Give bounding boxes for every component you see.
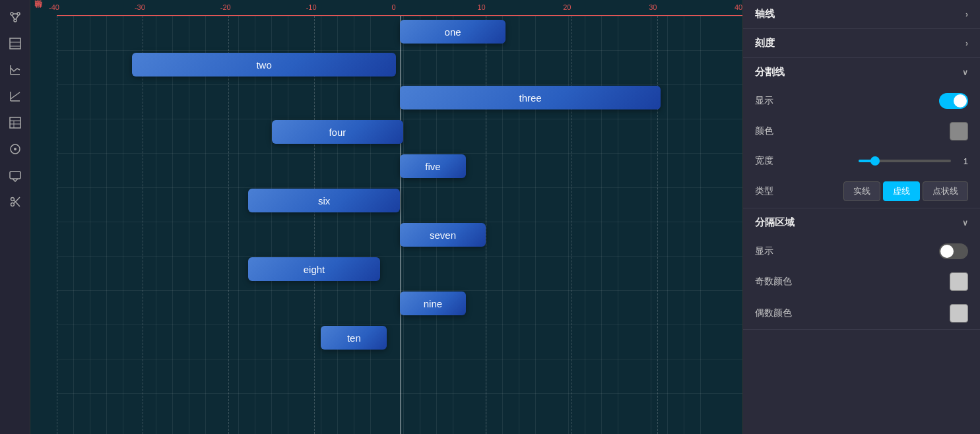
- hgrid-line: [57, 119, 742, 119]
- vgrid-minor: [123, 16, 123, 434]
- divider-color-label: 颜色: [755, 125, 773, 137]
- divider-show-toggle[interactable]: [939, 93, 968, 109]
- bar-two[interactable]: two: [132, 53, 395, 77]
- svg-line-23: [14, 201, 20, 207]
- chevron-scale-icon: ›: [965, 39, 968, 48]
- svg-point-2: [14, 19, 16, 22]
- bar-four[interactable]: four: [272, 120, 404, 144]
- vgrid-minor: [156, 16, 156, 434]
- vgrid-minor: [667, 16, 668, 434]
- circle-dot-icon[interactable]: [3, 137, 27, 161]
- table-icon[interactable]: [3, 111, 27, 135]
- section-band: 分隔区域 ∨ 显示 奇数颜色 偶数颜色: [743, 208, 980, 330]
- divider-width-value: 1: [958, 156, 968, 166]
- ruler-tick: 30: [649, 0, 657, 15]
- hgrid-line: [57, 359, 742, 359]
- svg-rect-14: [10, 117, 20, 128]
- section-divider: 分割线 ∨ 显示 颜色 宽度 1: [743, 58, 980, 208]
- divider-color-row: 颜色: [743, 115, 980, 147]
- bar-five[interactable]: five: [400, 154, 466, 178]
- vgrid-line: [57, 16, 57, 434]
- svg-point-1: [17, 13, 20, 15]
- divider-color-swatch[interactable]: [950, 122, 968, 140]
- bar-nine[interactable]: nine: [400, 292, 466, 315]
- type-solid-btn[interactable]: 实线: [843, 181, 880, 201]
- vgrid-minor: [684, 16, 684, 434]
- ruler-tick: 0: [392, 0, 396, 15]
- section-axis-label: 轴线: [755, 8, 775, 20]
- svg-point-19: [14, 148, 16, 150]
- right-panel: 轴线 › 刻度 › 分割线 ∨ 显示 颜色 宽度: [743, 0, 980, 434]
- section-band-header[interactable]: 分隔区域 ∨: [743, 208, 980, 237]
- chevron-band-icon: ∨: [962, 218, 968, 228]
- ruler-tick: -40: [49, 0, 59, 15]
- vgrid-minor: [535, 16, 536, 434]
- ruler-tick: 20: [563, 0, 571, 15]
- chart-area: 坐标轴 -40-30-20-10010203040 onetwothreefou…: [30, 0, 743, 434]
- vgrid-minor: [700, 16, 701, 434]
- svg-line-5: [16, 15, 18, 19]
- vgrid-minor: [651, 16, 651, 434]
- divider-width-track[interactable]: [859, 160, 951, 162]
- vgrid-minor: [370, 16, 371, 434]
- section-scale: 刻度 ›: [743, 29, 980, 58]
- vgrid-minor: [502, 16, 503, 434]
- bar-ten[interactable]: ten: [321, 326, 387, 350]
- hatch-icon[interactable]: [3, 32, 27, 55]
- vgrid-minor: [337, 16, 338, 434]
- svg-line-4: [12, 15, 15, 19]
- divider-show-label: 显示: [755, 95, 773, 107]
- divider-width-label: 宽度: [755, 155, 773, 167]
- section-divider-header[interactable]: 分割线 ∨: [743, 58, 980, 86]
- divider-type-row: 类型 实线 虚线 点状线: [743, 175, 980, 208]
- vgrid-minor: [585, 16, 585, 434]
- vgrid-line: [657, 16, 658, 434]
- vgrid-line: [314, 16, 315, 434]
- bar-eight[interactable]: eight: [248, 257, 380, 281]
- bar-seven[interactable]: seven: [400, 223, 486, 247]
- nodes-icon[interactable]: [3, 5, 27, 29]
- section-axis-header[interactable]: 轴线 ›: [743, 0, 980, 28]
- ruler-tick: -30: [135, 0, 145, 15]
- comment-icon[interactable]: [3, 164, 27, 187]
- chevron-axis-icon: ›: [965, 10, 968, 19]
- hgrid-line: [57, 153, 742, 154]
- band-even-color-label: 偶数颜色: [755, 307, 792, 319]
- bar-three[interactable]: three: [400, 86, 661, 109]
- band-odd-color-swatch[interactable]: [950, 272, 968, 291]
- band-even-color-swatch[interactable]: [950, 304, 968, 323]
- svg-rect-20: [10, 171, 20, 179]
- type-dotted-btn[interactable]: 点状线: [923, 181, 968, 201]
- divider-width-row: 宽度 1: [743, 147, 980, 175]
- axis-corner-icon[interactable]: [3, 58, 27, 82]
- vgrid-line: [143, 16, 143, 434]
- vgrid-minor: [486, 16, 486, 434]
- ruler: -40-30-20-10010203040: [57, 0, 742, 16]
- chevron-divider-icon: ∨: [962, 68, 968, 77]
- vgrid-minor: [568, 16, 569, 434]
- icon-sidebar: [0, 0, 30, 434]
- type-dashed-btn[interactable]: 虚线: [883, 181, 920, 201]
- vgrid-minor: [271, 16, 272, 434]
- hgrid-line: [57, 84, 742, 85]
- vgrid-minor: [255, 16, 255, 434]
- svg-rect-6: [10, 38, 20, 49]
- bar-six[interactable]: six: [248, 189, 400, 212]
- band-show-toggle[interactable]: [939, 243, 968, 259]
- divider-width-slider-container: 1: [773, 156, 968, 166]
- ruler-tick: -20: [220, 0, 231, 15]
- trend-icon[interactable]: [3, 84, 27, 108]
- vgrid-minor: [354, 16, 354, 434]
- hgrid-line: [57, 290, 742, 291]
- hgrid-line: [57, 187, 742, 188]
- bar-one[interactable]: one: [400, 20, 506, 44]
- scissors-icon[interactable]: [3, 190, 27, 214]
- vgrid-minor: [288, 16, 288, 434]
- band-show-label: 显示: [755, 245, 773, 257]
- ruler-tick: -10: [306, 0, 317, 15]
- ruler-tick: 40: [735, 0, 742, 15]
- section-scale-header[interactable]: 刻度 ›: [743, 29, 980, 57]
- ruler-tick: 10: [477, 0, 485, 15]
- vgrid-minor: [601, 16, 602, 434]
- section-band-label: 分隔区域: [755, 216, 795, 229]
